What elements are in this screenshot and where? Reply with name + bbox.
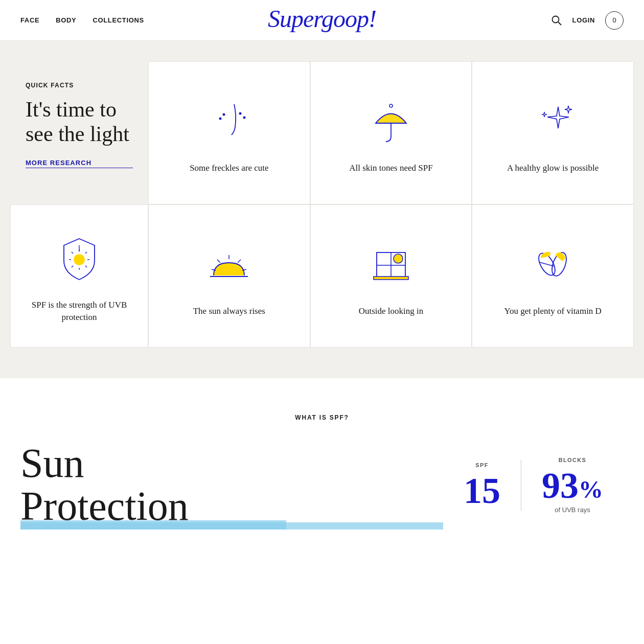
fact-card-vitamin-d-label: You get plenty of vitamin D — [504, 305, 601, 317]
pills-icon — [527, 240, 579, 291]
fact-card-glow-label: A healthy glow is possible — [507, 162, 599, 174]
spf-stats: SPF 15 BLOCKS 93% of UVB rays — [443, 442, 624, 514]
svg-point-5 — [239, 112, 242, 115]
fact-card-outside-label: Outside looking in — [359, 305, 424, 317]
svg-line-16 — [85, 252, 87, 254]
blocks-sub: of UVB rays — [555, 506, 590, 514]
fact-card-freckles: Some freckles are cute — [148, 61, 310, 204]
svg-rect-29 — [374, 277, 408, 280]
fact-card-vitamin-d: You get plenty of vitamin D — [472, 204, 634, 348]
svg-point-3 — [223, 113, 225, 116]
shield-icon — [54, 234, 105, 285]
fact-card-sun-rises: The sun always rises — [148, 204, 310, 348]
header-actions: LOGIN 0 — [551, 11, 624, 30]
svg-line-15 — [85, 266, 87, 267]
nav-collections[interactable]: COLLECTIONS — [93, 16, 144, 24]
umbrella-icon — [365, 97, 417, 148]
svg-text:Supergoop!: Supergoop! — [268, 5, 376, 32]
nav-face[interactable]: FACE — [20, 16, 39, 24]
facts-intro: QUICK FACTS It's time to see the light M… — [10, 61, 148, 204]
freckles-icon — [203, 97, 255, 148]
spf-content: Sun Protection SPF 15 BLOCKS 93% of UVB … — [20, 442, 624, 530]
window-icon — [365, 240, 417, 291]
login-button[interactable]: LOGIN — [572, 16, 595, 24]
spf-section: WHAT IS SPF? Sun Protection SPF 15 BLOCK… — [0, 378, 644, 550]
main-nav: FACE BODY COLLECTIONS — [20, 16, 144, 24]
svg-line-2 — [558, 22, 561, 25]
quick-facts-section: QUICK FACTS It's time to see the light M… — [0, 41, 644, 378]
spf-section-label: WHAT IS SPF? — [20, 414, 624, 421]
blocks-number: 93% — [542, 467, 603, 504]
nav-body[interactable]: BODY — [56, 16, 76, 24]
cart-button[interactable]: 0 — [605, 11, 624, 30]
spf-stat-blocks: BLOCKS 93% of UVB rays — [521, 457, 624, 514]
search-icon[interactable] — [551, 15, 562, 26]
spf-number: 15 — [464, 472, 500, 509]
site-header: FACE BODY COLLECTIONS Supergoop! LOGIN 0 — [0, 0, 644, 41]
svg-point-1 — [552, 16, 559, 22]
facts-heading: It's time to see the light — [26, 97, 133, 147]
svg-line-17 — [72, 266, 73, 267]
spf-title-block: Sun Protection — [20, 442, 443, 530]
svg-line-14 — [72, 252, 73, 254]
facts-grid: QUICK FACTS It's time to see the light M… — [10, 61, 634, 348]
fact-card-spf-strength: SPF is the strength of UVB protection — [10, 204, 148, 348]
svg-point-8 — [389, 104, 393, 107]
sparkle-icon — [527, 97, 579, 148]
svg-point-9 — [74, 255, 84, 265]
site-logo[interactable]: Supergoop! — [281, 3, 363, 38]
spf-title: Sun Protection — [20, 442, 443, 530]
fact-card-outside: Outside looking in — [310, 204, 472, 348]
fact-card-freckles-label: Some freckles are cute — [190, 162, 268, 174]
fact-card-spf-strength-label: SPF is the strength of UVB protection — [21, 299, 137, 324]
cart-count: 0 — [612, 16, 616, 24]
svg-line-22 — [238, 260, 241, 263]
blocks-label: BLOCKS — [559, 457, 586, 463]
spf-label-text: SPF — [475, 462, 488, 468]
svg-point-4 — [219, 118, 222, 120]
svg-line-21 — [217, 260, 220, 263]
svg-point-28 — [394, 254, 403, 263]
sunrise-icon — [203, 240, 255, 291]
fact-card-sun-rises-label: The sun always rises — [193, 305, 265, 317]
quick-facts-label: QUICK FACTS — [26, 82, 133, 89]
more-research-link[interactable]: MORE RESEARCH — [26, 159, 133, 168]
fact-card-skin-tones-label: All skin tones need SPF — [349, 162, 432, 174]
svg-point-6 — [243, 117, 246, 119]
fact-card-skin-tones: All skin tones need SPF — [310, 61, 472, 204]
fact-card-glow: A healthy glow is possible — [472, 61, 634, 204]
spf-stat-number: SPF 15 — [443, 462, 521, 509]
